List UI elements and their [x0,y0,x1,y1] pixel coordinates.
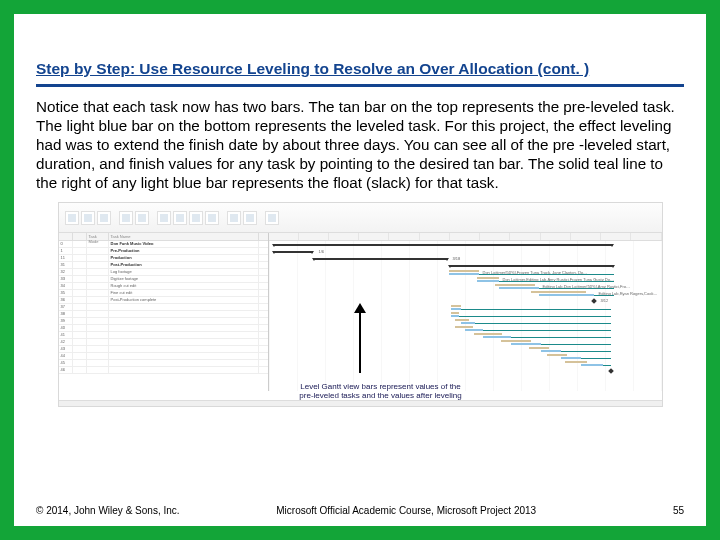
timescale [269,233,662,241]
ribbon-button[interactable] [65,211,79,225]
body-text: Notice that each task now has two bars. … [36,97,684,192]
table-row[interactable]: 42 [59,339,268,346]
ribbon-button[interactable] [119,211,133,225]
screenshot-figure: Task Mode Task Name 0Don Funk Music Vide… [58,202,663,407]
ribbon-button[interactable] [135,211,149,225]
page-number: 55 [673,505,684,516]
table-row[interactable]: 41 [59,332,268,339]
table-row[interactable]: 37 [59,304,268,311]
ribbon-button[interactable] [81,211,95,225]
callout-arrow [359,309,361,373]
table-row[interactable]: 0Don Funk Music Video [59,241,268,248]
task-table[interactable]: Task Mode Task Name 0Don Funk Music Vide… [59,233,269,391]
ribbon [59,203,662,233]
table-row[interactable]: 35 Fine cut edit [59,290,268,297]
ribbon-button[interactable] [265,211,279,225]
slide-title: Step by Step: Use Resource Leveling to R… [36,60,684,78]
table-row[interactable]: 34 Rough cut edit [59,283,268,290]
table-row[interactable]: 43 [59,346,268,353]
table-row[interactable]: 46 [59,367,268,374]
ribbon-button[interactable] [227,211,241,225]
ribbon-button[interactable] [173,211,187,225]
ribbon-button[interactable] [243,211,257,225]
table-row[interactable]: 45 [59,360,268,367]
ribbon-button[interactable] [97,211,111,225]
table-row[interactable]: 44 [59,353,268,360]
table-row[interactable]: 36 Post-Production complete [59,297,268,304]
slide-footer: © 2014, John Wiley & Sons, Inc. Microsof… [36,505,684,516]
table-row[interactable]: 40 [59,325,268,332]
table-row[interactable]: 38 [59,311,268,318]
horizontal-scrollbar[interactable] [59,400,662,406]
table-header: Task Mode Task Name [59,233,268,241]
gantt-chart[interactable]: 1/6 3/18 Don [269,233,662,391]
ribbon-button[interactable] [189,211,203,225]
milestone-icon [591,298,597,304]
slide: Step by Step: Use Resource Leveling to R… [14,14,706,526]
table-row[interactable]: 39 [59,318,268,325]
course-name: Microsoft Official Academic Course, Micr… [140,505,673,516]
table-row[interactable]: 11Production [59,255,268,262]
title-rule [36,84,684,87]
ribbon-button[interactable] [157,211,171,225]
milestone-icon [608,368,614,374]
table-row[interactable]: 32 Log footage [59,269,268,276]
table-row[interactable]: 31Post-Production [59,262,268,269]
table-row[interactable]: 33 Digitize footage [59,276,268,283]
callout-text: Level Gantt view bars represent values o… [291,382,471,400]
table-row[interactable]: 1Pre-Production [59,248,268,255]
ribbon-button[interactable] [205,211,219,225]
